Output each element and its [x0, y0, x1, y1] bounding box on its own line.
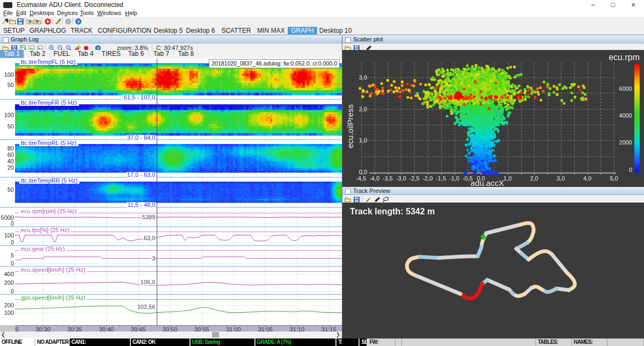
time-minor-tick [94, 326, 94, 327]
desktop-tab-bar: SETUPGRAPHLOGTRACKCONFIGURATIONDesktop 5… [0, 27, 644, 34]
minimize-button[interactable]: – [585, 2, 601, 9]
time-minor-tick [240, 326, 240, 327]
add-icon[interactable] [44, 18, 52, 25]
track-segment-gray [416, 276, 460, 294]
app-window: Ecumaster ADU Client. Disconnected – ▢ ✕… [0, 0, 644, 346]
time-minor-tick [284, 326, 285, 327]
graph-lanes-canvas[interactable] [0, 58, 342, 323]
time-minor-tick [18, 326, 18, 327]
burn-icon[interactable] [54, 18, 62, 25]
close-button[interactable]: ✕ [625, 2, 641, 9]
time-minor-tick [253, 326, 253, 327]
time-minor-tick [157, 326, 158, 327]
toolbar-separator [362, 196, 362, 203]
maximize-button[interactable]: ▢ [605, 2, 621, 9]
track-segment-gray [487, 280, 509, 290]
time-minor-tick [30, 326, 31, 327]
graph-log-icon [3, 37, 9, 43]
track-preview-area[interactable]: Track length: 5342 m [342, 203, 644, 338]
menu-item-help[interactable]: Help [125, 10, 137, 16]
status-cell [608, 338, 644, 346]
track-segment-gray [486, 225, 521, 233]
status-cell [396, 338, 402, 346]
graph-tab-tires[interactable]: TIRES [99, 50, 123, 58]
time-minor-tick [335, 326, 336, 327]
status-names: NAMES: [572, 338, 608, 346]
time-minor-tick [113, 326, 113, 327]
save-icon[interactable] [17, 18, 24, 25]
time-minor-tick [189, 326, 189, 327]
desktop-tab-graph[interactable]: GRAPH [288, 27, 317, 34]
status-t: T: [336, 338, 360, 346]
track-segment-blue [478, 243, 482, 256]
graph-tab-fuel[interactable]: FUEL [52, 50, 72, 58]
menu-item-tools[interactable]: Tools [80, 10, 94, 16]
graph-tab-bar: Tab 1Tab 2FUELTab 4TIRESTab 6Tab 7Tab 8 [0, 50, 342, 58]
graph-tab-tab-8[interactable]: Tab 8 [174, 50, 199, 58]
svg-text:P: P [67, 46, 69, 49]
graph-tab-tab-7[interactable]: Tab 7 [149, 50, 174, 58]
scatter-title: Scatter plot [353, 36, 383, 43]
status-fw: FW: [368, 338, 396, 346]
desktop-tab-desktop-6[interactable]: Desktop 6 [183, 27, 218, 34]
menu-item-file[interactable]: File [3, 10, 13, 16]
graph-cursor-line[interactable] [157, 59, 157, 331]
track-segment-gray [439, 256, 478, 258]
import-desktop-icon[interactable] [34, 18, 41, 25]
status-can1: CAN1: [70, 338, 131, 346]
time-minor-tick [87, 326, 88, 327]
graph-tab-tab-1[interactable]: Tab 1 [0, 50, 24, 58]
track-segment-blue [420, 257, 439, 258]
graph-log-header: Graph Log [0, 35, 342, 44]
time-minor-tick [126, 326, 126, 327]
desktop-tab-scatter[interactable]: SCATTER [218, 27, 254, 34]
time-minor-tick [81, 326, 82, 327]
desktop-tab-graphlog[interactable]: GRAPHLOG [28, 27, 68, 34]
status-grade-a-7: GRADE: A (7%) [255, 338, 337, 346]
horizontal-scrollbar[interactable]: ❮ ❯ [0, 331, 342, 338]
status-tables: TABLES: [536, 338, 572, 346]
toolbar-separator [52, 17, 53, 24]
menu-item-edit[interactable]: Edit [16, 10, 26, 16]
menu-item-devices[interactable]: Devices [57, 10, 78, 16]
track-segment-tan [529, 251, 552, 260]
open-folder-icon[interactable] [9, 18, 17, 25]
desktop-tab-setup[interactable]: SETUP [0, 27, 28, 34]
title-bar: Ecumaster ADU Client. Disconnected – ▢ ✕ [0, 0, 644, 10]
pin-icon[interactable] [2, 18, 9, 25]
graph-tab-tab-2[interactable]: Tab 2 [24, 50, 52, 58]
desktop-tab-min-max[interactable]: MIN MAX [254, 27, 288, 34]
time-minor-tick [208, 326, 209, 327]
track-title: Track Preview [353, 188, 390, 194]
desktop-tab-desktop-5[interactable]: Desktop 5 [153, 27, 183, 34]
time-minor-tick [310, 326, 310, 327]
scatter-header: Scatter plot [342, 35, 644, 44]
help-icon[interactable]: ? [75, 18, 82, 25]
scrollbar-thumb[interactable] [212, 332, 219, 337]
track-segment-tan [567, 272, 575, 290]
status-can2-ok: CAN2: OK [131, 338, 191, 346]
scroll-right-icon[interactable]: ❯ [335, 331, 341, 338]
time-minor-tick [62, 326, 63, 327]
scroll-left-icon[interactable]: ❮ [0, 331, 6, 338]
window-title: Ecumaster ADU Client. Disconnected [17, 1, 123, 9]
desktop-tab-desktop-10[interactable]: Desktop 10 [317, 27, 354, 34]
graph-tab-tab-4[interactable]: Tab 4 [72, 50, 99, 58]
time-minor-tick [182, 326, 183, 327]
time-minor-tick [119, 326, 120, 327]
graph-log-title: Graph Log [11, 36, 39, 43]
toolbar-separator [25, 17, 25, 24]
export-desktop-icon[interactable] [26, 18, 34, 25]
svg-text:?: ? [77, 19, 79, 25]
time-minor-tick [221, 326, 222, 327]
scatter-canvas[interactable] [342, 50, 644, 187]
menu-bar: FileEditDesktopsDevicesToolsWindowsHelp [0, 10, 644, 17]
graph-tab-tab-6[interactable]: Tab 6 [123, 50, 149, 58]
desktop-tab-configuration[interactable]: CONFIGURATION [96, 27, 153, 34]
settings-icon[interactable] [64, 18, 72, 25]
menu-item-windows[interactable]: Windows [97, 10, 121, 16]
desktop-tab-track[interactable]: TRACK [68, 27, 96, 34]
status-no-adapter: NO ADAPTER [35, 338, 70, 346]
status-bar: OFFLINENO ADAPTERCAN1:CAN2: OKUSB: Savin… [0, 338, 644, 346]
menu-item-desktops[interactable]: Desktops [30, 10, 54, 16]
